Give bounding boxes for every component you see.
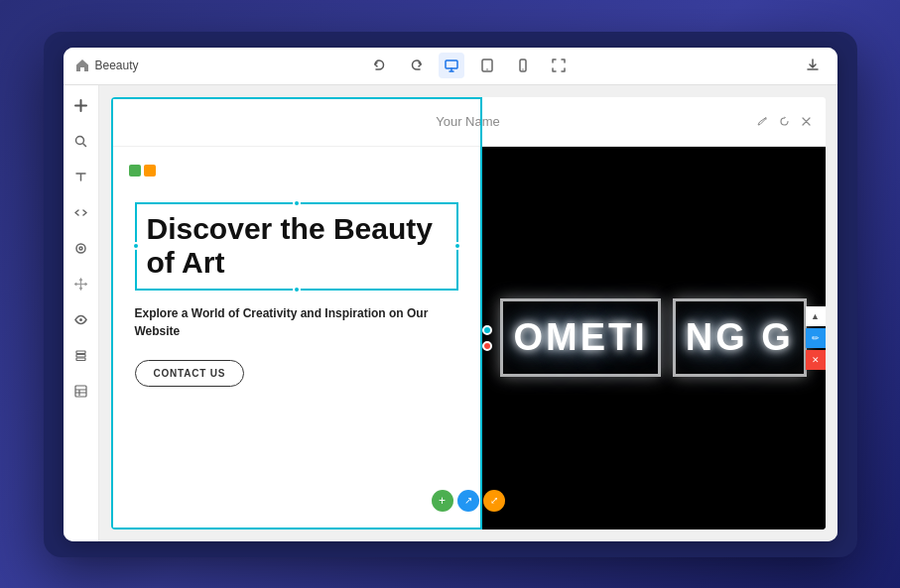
bottom-action-button[interactable]: ↗ — [457, 490, 479, 512]
sidebar-circle-button[interactable] — [69, 238, 91, 260]
canvas-right-section: OMETI NG G ▲ ✏ — [482, 147, 826, 529]
neon-box-1: OMETI — [500, 298, 660, 377]
canvas-header-tools — [754, 112, 816, 130]
laptop-wrapper: Beeauty — [44, 32, 857, 557]
canvas-body: Discover the Beauty of Art Explore a Wor… — [111, 147, 826, 529]
panel-edit-button[interactable]: ✏ — [806, 328, 826, 348]
undo-button[interactable] — [367, 53, 393, 78]
svg-rect-9 — [76, 351, 85, 354]
topbar-left: Beeauty — [75, 59, 139, 72]
svg-point-7 — [79, 247, 82, 250]
svg-rect-11 — [76, 358, 85, 361]
neon-sign-image: OMETI NG G — [482, 147, 826, 529]
sidebar-move-button[interactable] — [69, 274, 91, 295]
svg-rect-12 — [75, 386, 86, 397]
neon-box-2: NG G — [673, 298, 807, 377]
browser-window: Beeauty — [64, 48, 837, 541]
image-left-controls — [482, 325, 492, 351]
svg-point-2 — [486, 68, 488, 70]
canvas-area: Your Name — [99, 85, 837, 541]
handle-top — [293, 199, 301, 207]
home-icon[interactable] — [75, 59, 89, 72]
sidebar-eye-button[interactable] — [69, 309, 91, 331]
canvas-header: Your Name — [111, 97, 826, 147]
hero-title: Discover the Beauty of Art — [147, 212, 447, 281]
orange-color-dot — [144, 165, 156, 176]
svg-point-6 — [76, 244, 85, 253]
green-color-dot — [129, 165, 141, 176]
redo-button[interactable] — [403, 53, 429, 78]
neon-text-2: NG G — [686, 316, 794, 358]
sidebar-add-button[interactable] — [69, 95, 91, 117]
page-canvas: Your Name — [111, 97, 826, 529]
topbar-right — [800, 53, 826, 78]
mobile-view-button[interactable] — [510, 53, 536, 78]
handle-img-bottom — [482, 341, 492, 351]
browser-topbar: Beeauty — [64, 48, 837, 85]
sidebar-text-button[interactable] — [69, 167, 91, 188]
right-panel-controls: ▲ ✏ ✕ — [806, 306, 826, 370]
bottom-expand-button[interactable]: ⤢ — [483, 490, 505, 512]
sidebar-code-button[interactable] — [69, 202, 91, 224]
svg-point-4 — [522, 68, 523, 69]
contact-us-button[interactable]: CONTACT US — [135, 360, 245, 387]
close-icon-sm[interactable] — [798, 112, 816, 130]
panel-scroll-up-button[interactable]: ▲ — [806, 306, 826, 326]
neon-text-1: OMETI — [513, 316, 647, 358]
download-button[interactable] — [800, 53, 826, 78]
refresh-icon-sm[interactable] — [776, 112, 794, 130]
bottom-add-button[interactable]: + — [432, 490, 453, 512]
left-sidebar — [64, 85, 99, 541]
fullscreen-button[interactable] — [546, 53, 572, 78]
svg-point-8 — [79, 318, 82, 321]
your-name-text: Your Name — [436, 114, 500, 129]
canvas-left-section: Discover the Beauty of Art Explore a Wor… — [111, 147, 482, 529]
desktop-view-button[interactable] — [439, 53, 464, 78]
handle-right — [453, 242, 461, 250]
handle-left — [132, 242, 140, 250]
bottom-toolbar: + ↗ ⤢ — [432, 490, 505, 512]
edit-icon-sm[interactable] — [754, 112, 772, 130]
site-name-label: Beeauty — [95, 59, 139, 72]
handle-img-top — [482, 325, 492, 335]
block-selector-bar — [129, 165, 156, 176]
hero-title-block[interactable]: Discover the Beauty of Art — [135, 202, 458, 291]
sidebar-search-button[interactable] — [69, 131, 91, 153]
sidebar-table-button[interactable] — [69, 381, 91, 403]
handle-bottom — [293, 286, 301, 294]
topbar-center — [147, 53, 792, 78]
svg-rect-0 — [446, 60, 457, 68]
svg-rect-10 — [76, 355, 85, 358]
hero-subtitle: Explore a World of Creativity and Inspir… — [135, 304, 458, 340]
browser-main: Your Name — [64, 85, 837, 541]
tablet-view-button[interactable] — [474, 53, 500, 78]
panel-close-button[interactable]: ✕ — [806, 350, 826, 370]
svg-point-5 — [75, 137, 83, 145]
sidebar-layers-button[interactable] — [69, 345, 91, 367]
